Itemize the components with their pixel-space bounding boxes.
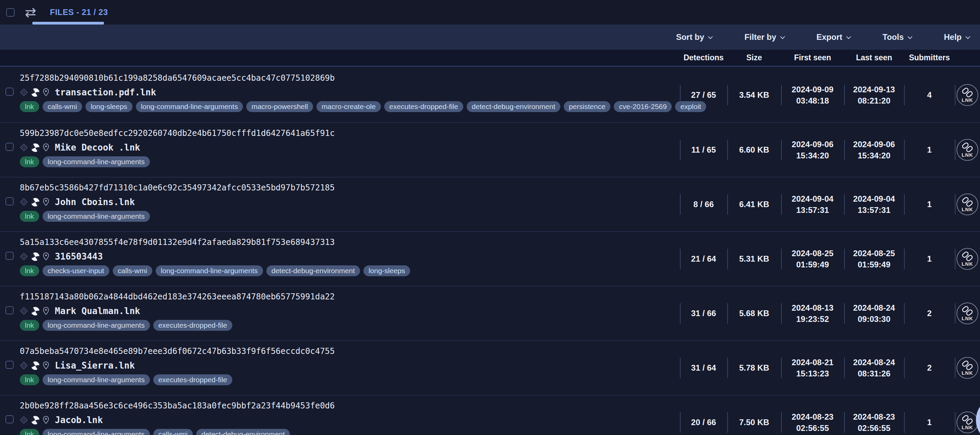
tag-pill[interactable]: detect-debug-environment <box>196 429 290 435</box>
globe-icon <box>31 88 40 97</box>
tag-pill[interactable]: checks-user-input <box>43 265 109 276</box>
first-seen-time: 15:34:20 <box>796 150 829 161</box>
tag-pill[interactable]: calls-wmi <box>43 101 82 112</box>
tag-pill[interactable]: lnk <box>20 429 39 435</box>
size-cell: 6.60 KB <box>727 123 781 177</box>
lnk-file-type-icon: LNK <box>956 357 978 379</box>
tag-pill[interactable]: persistence <box>564 101 611 112</box>
first-seen-cell: 2024-08-13 19:23:52 <box>781 287 844 340</box>
column-header-submitters: Submitters <box>904 53 955 62</box>
first-seen-date: 2024-08-25 <box>792 248 834 259</box>
column-header-row: Detections Size First seen Last seen Sub… <box>0 50 980 67</box>
menu-item-export[interactable]: Export <box>816 32 850 42</box>
detections-cell: 31 / 66 <box>680 287 727 340</box>
file-row: 8b67eb5c3586b427fd71310c1a0e6c92c3549734… <box>0 177 980 231</box>
file-row: 5a15a133c6ee4307855f4e78f9d01132e9d4f2af… <box>0 231 980 286</box>
location-pin-icon <box>43 416 49 424</box>
detections-value: 31 / 66 <box>691 309 716 318</box>
file-hash-link[interactable]: 2b0be928ff28aa456e3c6ce496c353ba5ac183a0… <box>20 401 335 411</box>
tag-pill[interactable]: macro-create-ole <box>317 101 381 112</box>
menu-item-label: Sort by <box>676 32 705 42</box>
first-seen-time: 02:56:55 <box>796 422 829 433</box>
row-checkbox[interactable] <box>5 197 14 206</box>
crosshair-icon <box>20 252 28 261</box>
file-info-cell: 5a15a133c6ee4307855f4e78f9d01132e9d4f2af… <box>0 232 680 286</box>
tag-pill[interactable]: long-command-line-arguments <box>43 156 150 167</box>
tab-files[interactable]: FILES - 21 / 23 <box>50 8 108 17</box>
file-name: Mike Decook .lnk <box>55 142 140 153</box>
tag-pill[interactable]: long-sleeps <box>363 265 410 276</box>
file-info: 5a15a133c6ee4307855f4e78f9d01132e9d4f2af… <box>20 237 414 276</box>
tag-pill[interactable]: long-sleeps <box>86 101 132 112</box>
tag-pill[interactable]: lnk <box>20 265 39 276</box>
row-checkbox[interactable] <box>5 361 14 369</box>
select-all-checkbox[interactable] <box>6 8 15 17</box>
submitters-cell: 1 <box>904 177 955 231</box>
file-hash-link[interactable]: 8b67eb5c3586b427fd71310c1a0e6c92c3549734… <box>20 183 335 193</box>
column-header-size: Size <box>727 53 781 62</box>
tag-pill[interactable]: long-command-line-arguments <box>43 320 150 331</box>
tag-pill[interactable]: executes-dropped-file <box>153 374 232 385</box>
crosshair-icon <box>20 198 28 206</box>
file-info-cell: 07a5beba5470734e8e465e89b7eee3d6f0672c47… <box>0 341 680 395</box>
size-cell: 7.50 KB <box>727 395 781 435</box>
row-checkbox[interactable] <box>5 88 14 96</box>
file-type-cell: LNK <box>955 177 980 231</box>
menu-item-sort-by[interactable]: Sort by <box>676 32 712 42</box>
submitters-value: 2 <box>927 363 932 373</box>
tag-pill[interactable]: executes-dropped-file <box>384 101 463 112</box>
file-name-line: Mark Qualman.lnk <box>20 306 335 317</box>
row-checkbox[interactable] <box>5 306 14 314</box>
first-seen-time: 13:57:31 <box>796 204 829 216</box>
first-seen-cell: 2024-08-23 02:56:55 <box>781 395 844 435</box>
tag-pill[interactable]: long-command-line-arguments <box>136 101 243 112</box>
tag-pill[interactable]: lnk <box>20 374 39 385</box>
tag-pill[interactable]: cve-2016-2569 <box>614 101 672 112</box>
file-name: Jacob.lnk <box>55 415 103 425</box>
tag-pill[interactable]: lnk <box>20 101 39 112</box>
file-hash-link[interactable]: f115187143a80b062a4844dbd462ed183e374263… <box>20 292 335 301</box>
detections-value: 8 / 66 <box>693 200 714 209</box>
tag-pill[interactable]: lnk <box>20 320 39 331</box>
row-checkbox[interactable] <box>5 415 14 424</box>
tag-pill[interactable]: long-command-line-arguments <box>43 211 150 222</box>
tag-pill[interactable]: detect-debug-environment <box>467 101 560 112</box>
tag-pill[interactable]: lnk <box>20 156 39 167</box>
size-value: 6.60 KB <box>739 145 769 155</box>
tag-pill[interactable]: long-command-line-arguments <box>43 429 150 435</box>
file-name-line: Jacob.lnk <box>20 414 335 425</box>
row-checkbox[interactable] <box>5 143 14 151</box>
menu-item-help[interactable]: Help <box>944 32 969 42</box>
file-hash-link[interactable]: 07a5beba5470734e8e465e89b7eee3d6f0672c47… <box>20 346 335 356</box>
swap-arrows-icon[interactable]: ⇄ <box>25 5 37 19</box>
first-seen-date: 2024-09-04 <box>792 193 834 204</box>
row-checkbox[interactable] <box>5 252 14 260</box>
crosshair-icon <box>20 88 28 96</box>
tag-pill[interactable]: detect-debug-environment <box>266 265 360 276</box>
tag-pill[interactable]: calls-wmi <box>153 429 193 435</box>
menu-item-tools[interactable]: Tools <box>883 32 911 42</box>
file-name-line: John Cboins.lnk <box>20 196 335 207</box>
file-info-cell: 25f7288b294090810b61c199a8258da6547609ac… <box>0 68 680 122</box>
tag-pill[interactable]: lnk <box>20 211 39 222</box>
file-hash-link[interactable]: 599b23987dc0e50e8edfcc2920260740db2e4b61… <box>20 128 335 138</box>
file-hash-link[interactable]: 5a15a133c6ee4307855f4e78f9d01132e9d4f2af… <box>20 237 414 247</box>
size-cell: 5.31 KB <box>727 232 781 286</box>
globe-icon <box>31 143 40 152</box>
detections-cell: 31 / 64 <box>680 341 727 395</box>
file-info: 07a5beba5470734e8e465e89b7eee3d6f0672c47… <box>20 346 335 385</box>
file-row: 07a5beba5470734e8e465e89b7eee3d6f0672c47… <box>0 340 980 395</box>
tag-pill[interactable]: long-command-line-arguments <box>43 374 150 385</box>
tag-pill[interactable]: executes-dropped-file <box>153 320 232 331</box>
active-tab-underline <box>32 22 104 24</box>
size-value: 6.41 KB <box>739 200 769 209</box>
file-info: 25f7288b294090810b61c199a8258da6547609ac… <box>20 73 710 112</box>
menu-item-filter-by[interactable]: Filter by <box>744 32 783 42</box>
tag-pill[interactable]: long-command-line-arguments <box>156 265 263 276</box>
tag-pill[interactable]: macro-powershell <box>246 101 313 112</box>
tag-pill[interactable]: calls-wmi <box>113 265 152 276</box>
top-tab-bar: ⇄ FILES - 21 / 23 <box>0 0 980 24</box>
globe-icon <box>31 252 40 261</box>
file-hash-link[interactable]: 25f7288b294090810b61c199a8258da6547609ac… <box>20 73 710 83</box>
lnk-file-type-icon: LNK <box>956 248 978 270</box>
